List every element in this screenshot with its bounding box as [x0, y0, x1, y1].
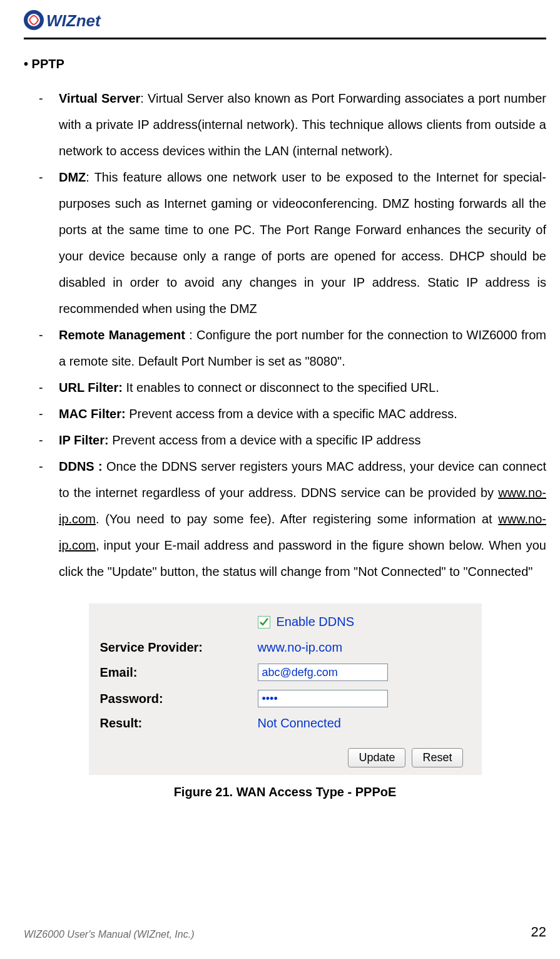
- item-title: DDNS :: [59, 459, 103, 473]
- item-body: Prevent access from a device with a spec…: [129, 407, 457, 421]
- result-label: Result:: [100, 716, 258, 731]
- list-item-ddns: DDNS : Once the DDNS server registers yo…: [39, 453, 546, 585]
- password-label: Password:: [100, 692, 258, 706]
- item-title: Virtual Server: [59, 91, 140, 105]
- item-body: This feature allows one network user to …: [59, 170, 546, 315]
- item-title: IP Filter:: [59, 433, 109, 447]
- password-input[interactable]: [258, 690, 388, 707]
- list-item: IP Filter: Prevent access from a device …: [39, 427, 546, 453]
- section-title: • PPTP: [24, 57, 546, 71]
- item-body: Prevent access from a device with a spec…: [112, 433, 420, 447]
- service-provider-label: Service Provider:: [100, 640, 258, 655]
- logo: WIZnet: [24, 6, 546, 34]
- result-value: Not Connected: [258, 716, 341, 731]
- item-title: MAC Filter:: [59, 407, 126, 421]
- list-item: URL Filter: It enables to connect or dis…: [39, 374, 546, 401]
- footer-title: WIZ6000 User's Manual: [24, 929, 134, 940]
- list-item: Remote Management : Configure the port n…: [39, 322, 546, 374]
- header-rule: [24, 38, 546, 39]
- feature-list: Virtual Server: Virtual Server also know…: [24, 85, 546, 585]
- page-number: 22: [531, 924, 546, 940]
- item-body: It enables to connect or disconnect to t…: [126, 381, 439, 394]
- ddns-post: , input your E-mail address and password…: [59, 538, 546, 578]
- reset-button[interactable]: Reset: [412, 748, 462, 767]
- email-label: Email:: [100, 665, 258, 680]
- ddns-mid1: . (You need to pay some fee). After regi…: [96, 512, 498, 526]
- enable-ddns-label: Enable DDNS: [277, 615, 355, 629]
- list-item: DMZ: This feature allows one network use…: [39, 164, 546, 322]
- svg-point-0: [26, 12, 42, 28]
- item-sep: :: [86, 170, 94, 184]
- ddns-config-panel: Enable DDNS Service Provider: www.no-ip.…: [89, 603, 482, 775]
- email-input[interactable]: [258, 664, 388, 681]
- list-item: MAC Filter: Prevent access from a device…: [39, 401, 546, 427]
- list-item: Virtual Server: Virtual Server also know…: [39, 85, 546, 164]
- item-title: DMZ: [59, 170, 86, 184]
- svg-text:WIZnet: WIZnet: [46, 11, 101, 30]
- update-button[interactable]: Update: [348, 748, 405, 767]
- figure-caption: Figure 21. WAN Access Type - PPPoE: [89, 785, 482, 799]
- item-sep: :: [140, 91, 148, 105]
- ddns-pre: Once the DDNS server registers yours MAC…: [59, 459, 546, 500]
- page-footer: WIZ6000 User's Manual (WIZnet, Inc.) 22: [24, 924, 546, 940]
- service-provider-value: www.no-ip.com: [258, 640, 343, 655]
- item-sep: :: [185, 328, 196, 342]
- enable-ddns-checkbox[interactable]: [258, 616, 270, 628]
- item-title: URL Filter:: [59, 381, 123, 394]
- item-title: Remote Management: [59, 328, 185, 342]
- footer-company: (WIZnet, Inc.): [134, 929, 195, 940]
